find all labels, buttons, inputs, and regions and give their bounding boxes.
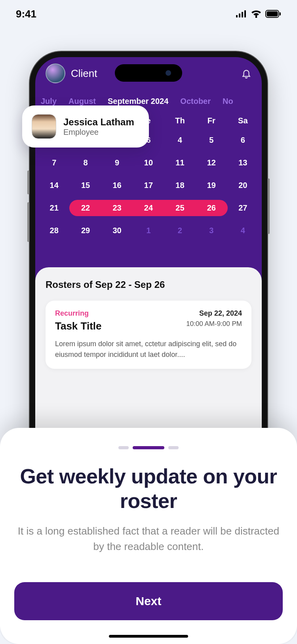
calendar-row: 2829301234 [35,226,262,235]
calendar-day[interactable]: 7 [38,158,70,167]
task-card[interactable]: Recurring Sep 22, 2024 Task Title 10:00 … [46,301,251,369]
calendar-day[interactable]: 22 [70,203,101,213]
page-dot [118,446,129,449]
next-button[interactable]: Next [14,582,283,620]
calendar-day[interactable]: 19 [196,181,227,190]
calendar-day[interactable]: 4 [227,226,259,235]
calendar-day[interactable]: 5 [196,136,227,145]
home-indicator[interactable] [109,635,188,638]
calendar-day[interactable]: 13 [227,158,259,167]
month-item-active[interactable]: September 2024 [108,97,168,106]
page-dot [168,446,179,449]
calendar-day[interactable]: 26 [196,203,227,213]
calendar-day[interactable]: 18 [164,181,196,190]
calendar-day[interactable]: 30 [101,226,133,235]
weekday: Fr [196,116,227,125]
task-desc: Lorem ipsum dolor sit amet, cctetur adip… [55,339,242,360]
month-item[interactable]: August [69,97,96,106]
employee-role: Employee [63,128,134,137]
calendar-day[interactable]: 15 [70,181,101,190]
calendar-day[interactable]: 3 [196,226,227,235]
bell-icon[interactable] [241,68,251,79]
month-item[interactable]: No [223,97,233,106]
calendar-day[interactable]: 24 [133,203,164,213]
svg-rect-2 [242,12,243,17]
page-indicator [14,446,283,449]
employee-name: Jessica Latham [63,117,134,128]
svg-rect-6 [280,12,281,15]
calendar-day[interactable]: 4 [164,136,196,145]
calendar-row: 78910111213 [35,158,262,167]
calendar-day[interactable]: 20 [227,181,259,190]
avatar[interactable] [46,63,65,83]
calendar-day[interactable]: 28 [38,226,70,235]
header-mode[interactable]: Client [71,67,97,80]
calendar-day[interactable]: 10 [133,158,164,167]
svg-rect-3 [244,10,246,17]
task-title: Task Title [55,320,102,332]
svg-rect-5 [267,12,278,17]
weekday: Th [164,116,196,125]
calendar-day[interactable]: 11 [164,158,196,167]
task-tag: Recurring [55,309,89,318]
employee-photo [32,114,56,139]
calendar-row: 14151617181920 [35,181,262,190]
page-dot-active [133,446,164,449]
task-date: Sep 22, 2024 [199,309,242,318]
calendar-day[interactable]: 8 [70,158,101,167]
calendar-day[interactable]: 12 [196,158,227,167]
month-item[interactable]: July [41,97,57,106]
battery-icon [265,10,281,18]
sheet-headline: Get weekly update on your roster [14,464,283,513]
calendar-day[interactable]: 6 [227,136,259,145]
weekday: Sa [227,116,259,125]
status-bar: 9:41 [0,0,297,28]
wifi-icon [251,10,261,18]
calendar-day[interactable]: 14 [38,181,70,190]
month-item[interactable]: October [180,97,211,106]
calendar-day[interactable]: 21 [38,203,70,213]
calendar-row: 21222324252627 [35,203,262,213]
cellular-icon [236,10,247,17]
calendar-day[interactable]: 17 [133,181,164,190]
calendar-day[interactable]: 29 [70,226,101,235]
status-icons [236,10,281,18]
sheet-body: It is a long established fact that a rea… [14,523,283,554]
notch [115,64,182,82]
calendar-day[interactable]: 1 [133,226,164,235]
roster-title: Rosters of Sep 22 - Sep 26 [46,279,251,290]
task-time: 10:00 AM-9:00 PM [186,320,242,328]
calendar-day[interactable]: 23 [101,203,133,213]
status-time: 9:41 [16,8,36,20]
employee-card[interactable]: Jessica Latham Employee [22,105,149,148]
svg-rect-1 [239,13,240,17]
calendar-day[interactable]: 27 [227,203,259,213]
calendar-day[interactable]: 2 [164,226,196,235]
onboarding-sheet: Get weekly update on your roster It is a… [0,428,297,644]
svg-rect-0 [236,15,238,17]
calendar-day[interactable]: 16 [101,181,133,190]
calendar-day[interactable]: 9 [101,158,133,167]
calendar-day[interactable]: 25 [164,203,196,213]
